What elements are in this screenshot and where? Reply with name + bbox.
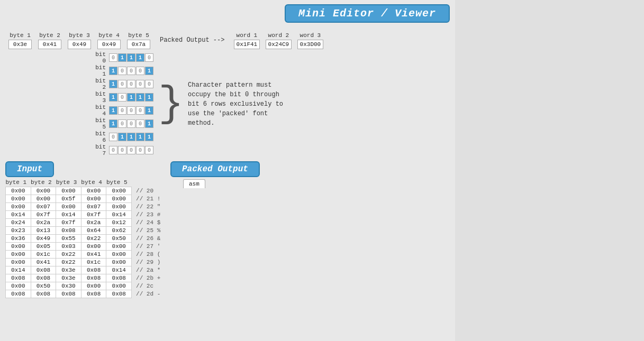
- table-cell: 0x22: [81, 235, 106, 243]
- table-cell: 0x2a: [31, 219, 56, 227]
- table-cell: 0x08: [81, 266, 106, 274]
- bit-cell[interactable]: 1: [109, 106, 117, 115]
- table-cell: 0x08: [31, 266, 56, 274]
- bit-cell[interactable]: 1: [109, 93, 117, 102]
- bit-cell[interactable]: 0: [118, 119, 126, 128]
- table-row: 0x000x070x000x070x00// 22 ": [6, 203, 164, 211]
- brace-icon: }: [158, 83, 184, 125]
- bit-cell[interactable]: 1: [145, 106, 153, 115]
- bit-row-label: bit 4: [90, 104, 109, 117]
- word-value-1: 0x1F41: [234, 40, 260, 49]
- table-cell: 0x7f: [31, 211, 56, 219]
- table-cell: 0x62: [106, 227, 132, 235]
- table-cell: // 24 $: [132, 219, 164, 227]
- bit-cell[interactable]: 1: [136, 53, 144, 62]
- byte-value-2: 0x41: [38, 40, 61, 49]
- left-panel: Mini Editor / Viewer byte 1 0x3e byte 2 …: [0, 0, 455, 341]
- table-cell: 0x14: [106, 211, 132, 219]
- bit-row: bit 310111: [90, 91, 154, 104]
- asm-tab[interactable]: asm: [183, 179, 205, 188]
- bit-cell[interactable]: 0: [145, 80, 153, 88]
- bit-cell[interactable]: 0: [118, 106, 126, 115]
- table-row: 0x000x410x220x1c0x00// 29 ): [6, 259, 164, 266]
- bit-cell[interactable]: 0: [136, 146, 144, 154]
- bit-cell[interactable]: 0: [136, 106, 144, 115]
- table-cell: 0x07: [31, 203, 56, 211]
- input-table: byte 1byte 2byte 3byte 4byte 5 0x000x000…: [5, 179, 164, 298]
- table-cell: 0x36: [6, 235, 31, 243]
- bit-cell[interactable]: 1: [109, 119, 117, 128]
- table-cell: 0x00: [56, 203, 81, 211]
- table-cell: 0x2a: [81, 219, 106, 227]
- bit-cell[interactable]: 1: [127, 93, 135, 102]
- bit-cell[interactable]: 0: [109, 53, 117, 62]
- bit-cell[interactable]: 1: [136, 93, 144, 102]
- bit-cell[interactable]: 0: [136, 119, 144, 128]
- byte-col-1: byte 1 0x3e: [5, 32, 35, 49]
- byte-value-1: 0x3e: [8, 40, 32, 49]
- bit-cell[interactable]: 1: [109, 67, 117, 75]
- bit-cell[interactable]: 1: [145, 119, 153, 128]
- table-cell: 0x00: [6, 259, 31, 266]
- bit-row: bit 210000: [90, 78, 154, 90]
- bit-cell[interactable]: 0: [127, 119, 135, 128]
- table-row: 0x000x000x5f0x000x00// 21 !: [6, 195, 164, 203]
- table-row: 0x360x490x550x220x50// 26 &: [6, 235, 164, 243]
- table-row: 0x230x130x080x640x62// 25 %: [6, 227, 164, 235]
- bit-cell[interactable]: 0: [127, 67, 135, 75]
- bit-cell[interactable]: 0: [145, 146, 153, 154]
- byte-col-2: byte 2 0x41: [35, 32, 65, 49]
- input-area: byte 1byte 2byte 3byte 4byte 5 0x000x000…: [5, 179, 175, 298]
- table-cell: 0x14: [56, 211, 81, 219]
- bit-cell[interactable]: 1: [127, 53, 135, 62]
- table-cell: 0x22: [56, 251, 81, 259]
- bit-cell[interactable]: 1: [136, 133, 144, 141]
- bit-cell[interactable]: 0: [118, 93, 126, 102]
- byte-value-3: 0x49: [68, 40, 91, 49]
- bit-cell[interactable]: 0: [109, 133, 117, 141]
- word-col-2: word 2 0x24C9: [262, 32, 294, 49]
- word-label-3: word 3: [300, 32, 321, 39]
- table-cell: // 20: [132, 187, 164, 195]
- bit-cell[interactable]: 0: [118, 67, 126, 75]
- bit-cell[interactable]: 0: [109, 146, 117, 154]
- bit-cell[interactable]: 1: [118, 53, 126, 62]
- bit-cell[interactable]: 0: [118, 146, 126, 154]
- table-cell: 0x41: [31, 259, 56, 266]
- bottom-section: byte 1byte 2byte 3byte 4byte 5 0x000x000…: [5, 179, 450, 298]
- bit-cell[interactable]: 0: [136, 80, 144, 88]
- table-cell: 0x3e: [56, 266, 81, 274]
- table-row: 0x140x080x3e0x080x14// 2a *: [6, 266, 164, 274]
- bit-cell[interactable]: 1: [145, 93, 153, 102]
- table-cell: 0x55: [56, 235, 81, 243]
- bit-cell[interactable]: 1: [127, 133, 135, 141]
- table-cell: // 25 %: [132, 227, 164, 235]
- word-label-2: word 2: [268, 32, 289, 39]
- bit-cell[interactable]: 0: [127, 106, 135, 115]
- bit-cell[interactable]: 0: [127, 146, 135, 154]
- main-container: Mini Editor / Viewer byte 1 0x3e byte 2 …: [0, 0, 644, 341]
- input-column-header: byte 5: [106, 179, 132, 187]
- table-cell: 0x00: [106, 259, 132, 266]
- bit-row-label: bit 1: [90, 64, 109, 77]
- table-cell: 0x3e: [56, 274, 81, 282]
- word-col-3: word 3 0x3D00: [294, 32, 326, 49]
- table-cell: 0x00: [106, 187, 132, 195]
- bit-cell[interactable]: 1: [145, 133, 153, 141]
- table-cell: 0x00: [106, 195, 132, 203]
- input-column-header: byte 3: [56, 179, 81, 187]
- bit-cell[interactable]: 0: [127, 80, 135, 88]
- bit-cell[interactable]: 0: [145, 53, 153, 62]
- table-cell: 0x14: [6, 266, 31, 274]
- byte-label-5: byte 5: [128, 32, 149, 39]
- table-row: 0x080x080x080x080x08// 2d -: [6, 290, 164, 298]
- byte-value-4: 0x49: [97, 40, 121, 49]
- bit-cell[interactable]: 0: [118, 80, 126, 88]
- word-label-1: word 1: [237, 32, 258, 39]
- bit-cell[interactable]: 1: [118, 133, 126, 141]
- table-cell: // 2b +: [132, 274, 164, 282]
- table-cell: 0x12: [106, 219, 132, 227]
- bit-cell[interactable]: 1: [145, 67, 153, 75]
- bit-cell[interactable]: 0: [136, 67, 144, 75]
- bit-cell[interactable]: 1: [109, 80, 117, 88]
